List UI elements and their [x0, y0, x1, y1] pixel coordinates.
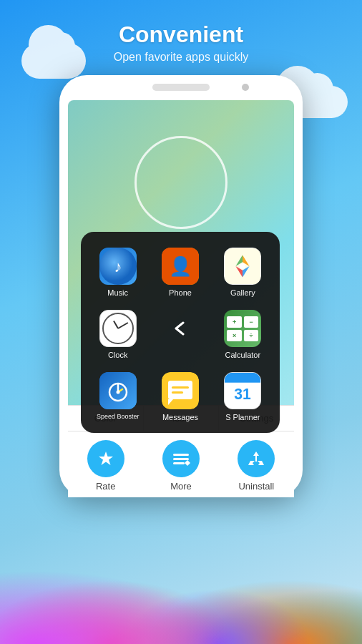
uninstall-icon	[238, 440, 275, 477]
app-item-clock[interactable]: Clock	[88, 304, 147, 364]
app-item-phone[interactable]: 👤 Phone	[150, 242, 210, 301]
svg-marker-26	[187, 460, 190, 466]
phone-frame: ♪ Music 👤 Phone	[59, 75, 303, 497]
svg-rect-24	[173, 458, 189, 460]
header-title: Convenient	[0, 21, 362, 48]
clock-minute-hand	[117, 322, 128, 329]
messages-icon	[162, 372, 199, 409]
calculator-icon: + − × ÷	[224, 310, 261, 347]
tab-more[interactable]: More	[143, 431, 218, 497]
splanner-label: S Planner	[225, 413, 260, 421]
gallery-icon	[224, 248, 261, 285]
gallery-svg	[225, 248, 260, 285]
svg-rect-14	[168, 381, 192, 399]
gallery-label: Gallery	[230, 288, 255, 297]
app-item-speedbooster[interactable]: Speed Booster	[88, 366, 147, 426]
flowers-background	[0, 515, 362, 644]
speedbooster-icon	[99, 372, 137, 409]
splanner-svg: 31	[225, 372, 260, 409]
clock-label: Clock	[108, 351, 128, 359]
calculator-label: Calculator	[225, 351, 261, 359]
messages-label: Messages	[162, 413, 198, 421]
screen-circle	[134, 136, 228, 229]
app-item-calculator[interactable]: + − × ÷ Calculator	[213, 304, 273, 364]
phone-svg: 👤	[162, 248, 199, 285]
app-item-music[interactable]: ♪ Music	[88, 242, 147, 301]
svg-point-9	[240, 263, 245, 269]
tab-rate[interactable]: Rate	[68, 431, 143, 497]
svg-marker-22	[99, 452, 113, 465]
app-panel: ♪ Music 👤 Phone	[81, 232, 280, 433]
phone-icon: 👤	[162, 248, 199, 285]
svg-point-12	[116, 391, 119, 394]
tab-uninstall[interactable]: Uninstall	[219, 431, 294, 497]
speedbooster-svg	[99, 372, 137, 409]
music-label: Music	[107, 288, 128, 297]
music-icon: ♪	[99, 248, 137, 285]
svg-text:👤: 👤	[169, 255, 192, 278]
svg-rect-25	[173, 462, 185, 464]
phone-camera	[242, 84, 249, 91]
header-subtitle: Open favorite apps quickly	[0, 51, 362, 64]
messages-svg	[162, 372, 199, 409]
recycle-svg	[247, 449, 265, 468]
app-item-gallery[interactable]: Gallery	[213, 242, 273, 301]
app-item-back[interactable]	[150, 304, 210, 364]
back-icon	[162, 310, 199, 347]
app-grid: ♪ Music 👤 Phone	[88, 242, 273, 426]
clock-face	[102, 313, 134, 344]
calc-cell-1: +	[227, 316, 242, 328]
speedbooster-label: Speed Booster	[97, 413, 140, 420]
calc-cell-3: ×	[227, 330, 242, 341]
phone-speaker	[152, 84, 210, 91]
header: Convenient Open favorite apps quickly	[0, 21, 362, 64]
calc-cell-2: −	[244, 316, 259, 328]
app-item-splanner[interactable]: 31 S Planner	[213, 366, 273, 426]
svg-rect-23	[173, 454, 189, 456]
more-icon	[162, 440, 200, 477]
svg-marker-27	[185, 460, 187, 466]
svg-rect-16	[172, 386, 189, 389]
rate-label: Rate	[96, 481, 115, 492]
more-label: More	[170, 481, 192, 492]
tab-row-2: Rate More	[68, 431, 294, 497]
clock-icon	[99, 310, 137, 347]
phone-screen: ♪ Music 👤 Phone	[68, 100, 294, 472]
phone-label: Phone	[169, 288, 192, 297]
splanner-icon: 31	[224, 372, 261, 409]
svg-text:31: 31	[235, 386, 252, 402]
svg-rect-20	[225, 373, 260, 382]
app-item-messages[interactable]: Messages	[150, 366, 210, 426]
rate-icon	[87, 440, 124, 477]
star-svg	[97, 449, 115, 468]
calc-grid: + − × ÷	[224, 313, 261, 344]
bars-svg	[172, 449, 190, 468]
svg-rect-17	[172, 391, 183, 394]
music-svg: ♪	[99, 248, 137, 285]
uninstall-label: Uninstall	[238, 481, 274, 492]
back-arrow-svg	[169, 317, 192, 340]
svg-text:♪: ♪	[114, 258, 122, 275]
calc-cell-4: ÷	[244, 330, 259, 341]
